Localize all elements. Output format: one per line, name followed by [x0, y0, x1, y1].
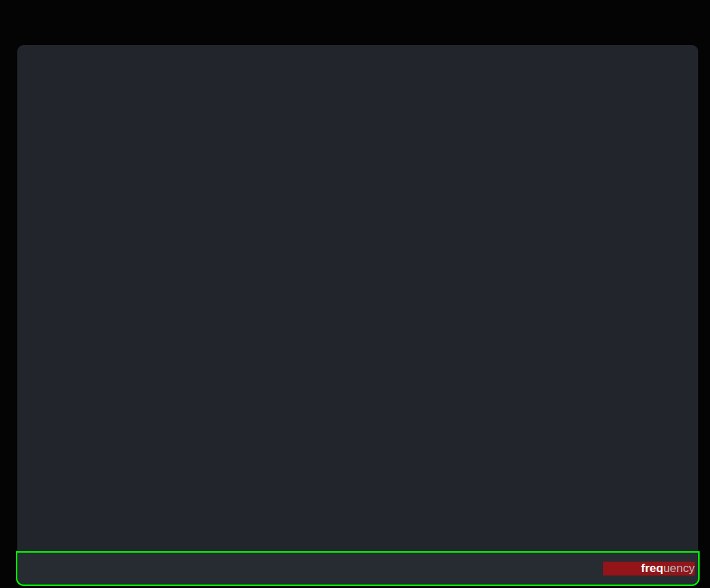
frequency-logo: frequency — [603, 562, 695, 576]
screen: frequency — [0, 0, 710, 588]
plugin: frequency — [17, 45, 698, 585]
footer: frequency — [17, 553, 698, 585]
